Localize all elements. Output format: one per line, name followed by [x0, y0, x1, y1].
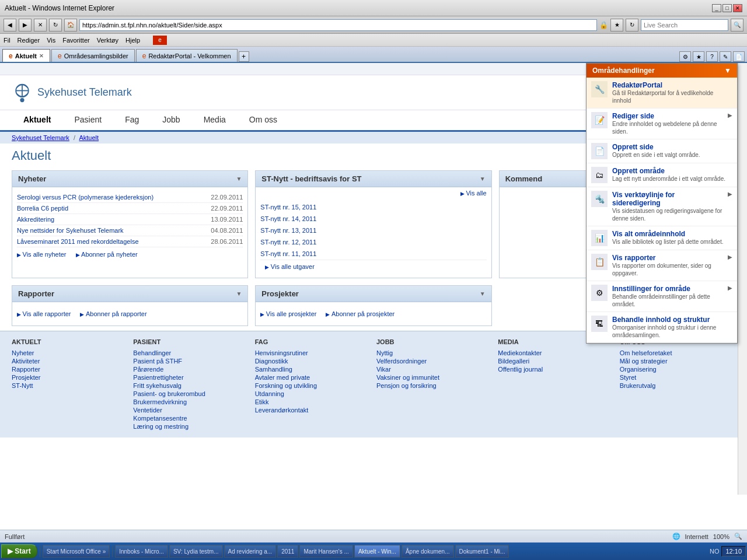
tab-aktuelt-close[interactable]: ✕	[39, 53, 44, 59]
stnytt-link-2[interactable]: ST-nytt nr. 14, 2011	[260, 215, 316, 222]
dropdown-item-innstillinger[interactable]: ⚙ Innstillinger for område Behandle områ…	[587, 281, 737, 312]
breadcrumb-aktuelt[interactable]: Aktuelt	[79, 134, 99, 141]
refresh-button[interactable]: ↻	[49, 19, 62, 32]
footer-pasient-ventetider[interactable]: Ventetider	[133, 406, 249, 414]
footer-pasient-behandlinger[interactable]: Behandlinger	[133, 349, 249, 357]
footer-om-mal[interactable]: Mål og strategier	[620, 357, 735, 365]
taskbar-btn-office[interactable]: Start Microsoft Office »	[43, 545, 110, 558]
footer-pasient-sthf[interactable]: Pasient på STHF	[133, 357, 249, 365]
dropdown-item-rapporter[interactable]: 📋 Vis rapporter Vis rapporter om dokumen…	[587, 250, 737, 281]
menu-verktoy[interactable]: Verktøy	[97, 37, 118, 44]
new-tab-button[interactable]: +	[239, 51, 249, 62]
dropdown-item-omradeinnhold[interactable]: 📊 Vis alt områdeinnhold Vis alle bibliot…	[587, 226, 737, 250]
vis-alle-nyheter-link[interactable]: Vis alle nyheter	[17, 251, 67, 258]
forward-button[interactable]: ▶	[19, 19, 32, 32]
footer-jobb-velferd[interactable]: Velferdsordninger	[376, 357, 492, 365]
footer-pasient-kompetanse[interactable]: Kompetansesentre	[133, 414, 249, 422]
tab-redaktor[interactable]: e RedaktørPortal - Velkommen	[136, 49, 238, 62]
footer-aktuelt-stnytt[interactable]: ST-Nytt	[12, 382, 127, 390]
news-link-1[interactable]: Serologi versus PCR (polymerase kjederek…	[17, 194, 153, 201]
nav-tab-jobb[interactable]: Jobb	[151, 110, 191, 130]
footer-aktuelt-rapporter[interactable]: Rapporter	[12, 365, 127, 373]
footer-fag-leverandor[interactable]: Leverandørkontakt	[255, 406, 371, 414]
search-go-button[interactable]: 🔍	[731, 19, 743, 32]
dropdown-close-icon[interactable]: ▼	[724, 66, 731, 75]
footer-om-brukerutvalg[interactable]: Brukerutvalg	[620, 382, 735, 390]
footer-media-mediekontakter[interactable]: Mediekontakter	[498, 349, 613, 357]
abonner-rapporter-link[interactable]: Abonner på rapporter	[80, 310, 146, 317]
vis-alle-utgaver-link[interactable]: Vis alle utgaver	[265, 263, 315, 270]
refresh-btn2[interactable]: ↻	[626, 19, 638, 32]
footer-fag-samhandling[interactable]: Samhandling	[255, 365, 371, 373]
footer-fag-diagnostikk[interactable]: Diagnostikk	[255, 357, 371, 365]
scrollbar[interactable]	[738, 63, 747, 495]
menu-rediger[interactable]: Rediger	[18, 37, 40, 44]
dropdown-item-rediger[interactable]: 📝 Rediger side Endre innholdet og webdel…	[587, 108, 737, 139]
footer-media-bildegalleri[interactable]: Bildegalleri	[498, 357, 613, 365]
footer-om-organisering[interactable]: Organisering	[620, 365, 735, 373]
footer-om-helseforetak[interactable]: Om helseforetaket	[620, 349, 735, 357]
toolbar-btn1[interactable]: ⚙	[679, 51, 691, 62]
nav-tab-fag[interactable]: Fag	[113, 110, 151, 130]
menu-fil[interactable]: Fil	[4, 37, 11, 44]
restore-button[interactable]: □	[722, 4, 732, 12]
stnytt-link-5[interactable]: ST-nytt nr. 11, 2011	[260, 250, 316, 257]
home-button[interactable]: 🏠	[64, 19, 77, 32]
taskbar-btn-marit[interactable]: Marit Hansen's ...	[299, 545, 353, 558]
rapporter-toggle[interactable]: ▼	[236, 290, 242, 297]
tab-aktuelt[interactable]: e Aktuelt ✕	[2, 49, 50, 62]
footer-pasient-rettigheter[interactable]: Pasientrettigheter	[133, 373, 249, 382]
footer-aktuelt-nyheter[interactable]: Nyheter	[12, 349, 127, 357]
footer-fag-forskning[interactable]: Forskning og utvikling	[255, 382, 371, 390]
news-link-3[interactable]: Akkreditering	[17, 216, 54, 223]
close-button[interactable]: ✕	[733, 4, 742, 12]
ie-icon[interactable]: e	[153, 36, 167, 45]
stnytt-toggle[interactable]: ▼	[480, 176, 486, 182]
footer-pasient-laering[interactable]: Læring og mestring	[133, 422, 249, 430]
stnytt-link-1[interactable]: ST-nytt nr. 15, 2011	[260, 204, 316, 211]
dropdown-item-opprett-omrade[interactable]: 🗂 Opprett område Lag ett nytt underområd…	[587, 163, 737, 187]
favorites-button[interactable]: ★	[610, 19, 623, 32]
dropdown-item-opprett-side[interactable]: 📄 Opprett side Opprett en side i ett val…	[587, 139, 737, 163]
stop-button[interactable]: ✕	[34, 19, 47, 32]
news-link-4[interactable]: Nye nettsider for Sykehuset Telemark	[17, 227, 124, 234]
footer-fag-utdanning[interactable]: Utdanning	[255, 390, 371, 398]
menu-favoritter[interactable]: Favoritter	[62, 37, 89, 44]
toolbar-btn4[interactable]: ✎	[720, 51, 731, 62]
nav-tab-om-oss[interactable]: Om oss	[238, 110, 289, 130]
taskbar-btn-innboks[interactable]: Innboks - Micro...	[115, 545, 168, 558]
footer-jobb-vaksiner[interactable]: Vaksiner og immunitet	[376, 373, 492, 382]
footer-jobb-vikar[interactable]: Vikar	[376, 365, 492, 373]
footer-pasient-fritt[interactable]: Fritt sykehusvalg	[133, 382, 249, 390]
address-input[interactable]	[79, 19, 597, 31]
tab-omradesamling[interactable]: e Områdesamlingsbilder	[51, 49, 135, 62]
toolbar-btn2[interactable]: ★	[693, 51, 704, 62]
search-input[interactable]	[641, 19, 728, 31]
menu-vis[interactable]: Vis	[47, 37, 55, 44]
nav-tab-aktuelt[interactable]: Aktuelt	[12, 110, 62, 132]
footer-om-styret[interactable]: Styret	[620, 373, 735, 382]
stnytt-link-4[interactable]: ST-nytt nr. 12, 2011	[260, 239, 316, 246]
footer-pasient-parorende[interactable]: Pårørende	[133, 365, 249, 373]
footer-pasient-brukerombud[interactable]: Pasient- og brukerombud	[133, 390, 249, 398]
footer-media-journal[interactable]: Offentlig journal	[498, 365, 613, 373]
dropdown-item-redaktor[interactable]: 🔧 RedaktørPortal Gå til Redaktørportal f…	[587, 78, 737, 108]
stnytt-link-3[interactable]: ST-nytt nr. 13, 2011	[260, 227, 316, 234]
minimize-button[interactable]: _	[712, 4, 721, 12]
taskbar-btn-ad[interactable]: Ad revidering a...	[224, 545, 277, 558]
news-link-5[interactable]: Låveseminaret 2011 med rekorddeltagelse	[17, 238, 139, 245]
vis-alle-prosjekter-link[interactable]: Vis alle prosjekter	[260, 310, 316, 317]
footer-aktuelt-prosjekter[interactable]: Prosjekter	[12, 373, 127, 382]
back-button[interactable]: ◀	[4, 19, 16, 32]
vis-alle-rapporter-link[interactable]: Vis alle rapporter	[17, 310, 71, 317]
footer-aktuelt-aktiviteter[interactable]: Aktiviteter	[12, 357, 127, 365]
taskbar-btn-apne[interactable]: Åpne dokumen...	[402, 545, 454, 558]
vis-alle-stnytt-right[interactable]: Vis alle	[460, 190, 487, 197]
prosjekter-toggle[interactable]: ▼	[480, 290, 486, 297]
taskbar-btn-sv[interactable]: SV: Lydia testm...	[169, 545, 223, 558]
dropdown-item-verktoy[interactable]: 🔩 Vis verktøylinje for sideredigering Vi…	[587, 187, 737, 226]
toolbar-btn3[interactable]: ?	[706, 51, 718, 62]
taskbar-btn-2011[interactable]: 2011	[277, 545, 298, 558]
nav-tab-media[interactable]: Media	[192, 110, 238, 130]
taskbar-btn-aktuelt[interactable]: Aktuelt - Win...	[354, 545, 400, 558]
